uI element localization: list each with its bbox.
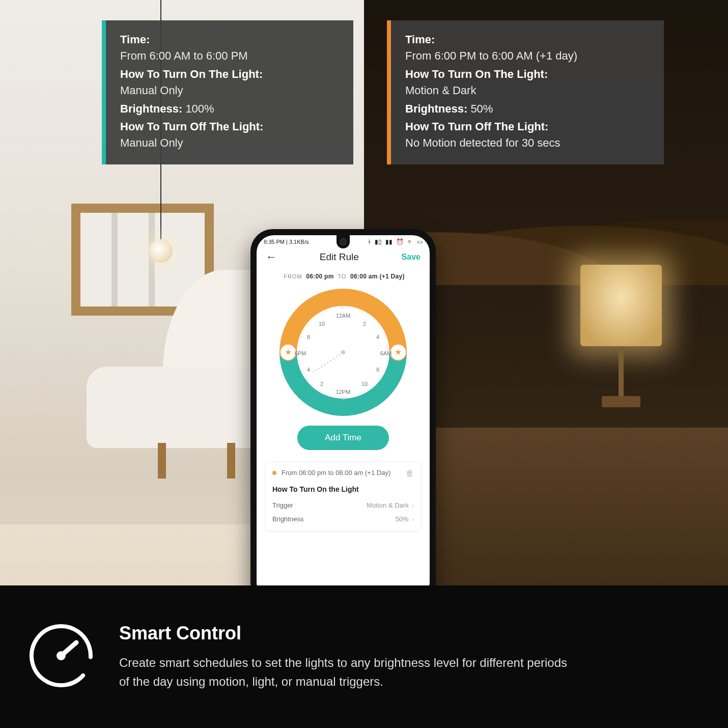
dial-tick: 2	[363, 321, 366, 327]
label-off: How To Turn Off The Light:	[405, 120, 548, 133]
dial-tick: 10	[361, 381, 368, 387]
value-brightness: 50%	[470, 102, 493, 115]
wifi-icon: ᯤ	[407, 238, 413, 245]
label-brightness: Brightness:	[120, 102, 182, 115]
value-off: No Motion detected for 30 secs	[405, 136, 561, 149]
bed	[412, 428, 728, 611]
signal-icon: ▮▯	[375, 238, 382, 245]
dial-tick: 8	[307, 334, 310, 340]
svg-point-8	[341, 350, 345, 354]
rule-row-label: Brightness	[272, 515, 303, 523]
from-label: FROM	[284, 273, 302, 279]
promo-stage: Time:From 6:00 AM to 6:00 PM How To Turn…	[0, 0, 728, 728]
label-on: How To Turn On The Light:	[405, 68, 548, 80]
rule-range: From 06:00 pm to 06:00 am (+1 Day)	[282, 469, 390, 477]
rule-card[interactable]: From 06:00 pm to 06:00 am (+1 Day) 🗑 How…	[265, 461, 422, 531]
dial-tick: 2	[320, 381, 323, 387]
label-brightness: Brightness:	[405, 102, 467, 115]
front-camera-icon	[340, 238, 347, 245]
dial-tick: 8	[376, 367, 379, 373]
phone-notch	[337, 235, 350, 248]
add-time-button[interactable]: Add Time	[297, 426, 389, 450]
pendant-bulb-icon	[149, 239, 173, 263]
chevron-right-icon: ›	[412, 501, 414, 509]
value-brightness: 100%	[185, 102, 214, 115]
rule-dot-icon	[272, 471, 276, 475]
armchair	[87, 300, 270, 479]
table-lamp-icon	[570, 265, 672, 438]
dial-tick: 4	[307, 367, 310, 373]
value-on: Manual Only	[120, 84, 183, 97]
rule-section-title: How To Turn On the Light	[272, 485, 414, 493]
svg-text:★: ★	[285, 348, 292, 356]
app-bar: ← Edit Rule Save	[257, 246, 430, 273]
rule-header: From 06:00 pm to 06:00 am (+1 Day) 🗑	[272, 469, 414, 478]
status-icons: ᚼ ▮▯ ▮▮ ⏰ ᯤ ▭	[366, 238, 423, 245]
svg-line-12	[61, 642, 76, 656]
time-range-bar: FROM 06:00 pm TO 06:00 am (+1 Day)	[257, 273, 430, 284]
footer-body: Create smart schedules to set the lights…	[119, 653, 577, 691]
status-time: 8:35 PM | 3.1KB/s	[264, 239, 309, 245]
label-time: Time:	[405, 33, 435, 46]
dial-tick: 10	[319, 321, 325, 327]
footer-title: Smart Control	[119, 623, 577, 644]
value-time: From 6:00 PM to 6:00 AM (+1 day)	[405, 49, 577, 62]
time-dial[interactable]: ★ ★ ☾ ☀ 12AM 6AM 12PM 6PM 2 4 8 10 2	[277, 286, 409, 418]
footer-text: Smart Control Create smart schedules to …	[119, 623, 577, 691]
signal-icon: ▮▮	[385, 238, 393, 245]
svg-text:★: ★	[395, 348, 402, 356]
dial-label-12pm: 12PM	[336, 389, 351, 395]
svg-text:☾: ☾	[341, 303, 346, 310]
label-time: Time:	[120, 33, 150, 46]
to-label: TO	[338, 273, 346, 279]
info-card-night: Time:From 6:00 PM to 6:00 AM (+1 day) Ho…	[387, 20, 664, 164]
rule-row-value: 50%	[396, 515, 409, 523]
alarm-icon: ⏰	[396, 238, 404, 245]
svg-line-7	[313, 352, 343, 373]
dial-label-6pm: 6PM	[295, 350, 306, 356]
dial-label-12am: 12AM	[336, 313, 351, 319]
label-off: How To Turn Off The Light:	[120, 120, 263, 133]
gauge-icon	[25, 620, 97, 693]
bluetooth-icon: ᚼ	[368, 238, 371, 245]
page-title: Edit Rule	[320, 251, 359, 263]
back-button[interactable]: ←	[266, 250, 277, 264]
save-button[interactable]: Save	[402, 253, 421, 262]
chevron-right-icon: ›	[412, 515, 414, 523]
info-card-day: Time:From 6:00 AM to 6:00 PM How To Turn…	[102, 20, 353, 164]
to-time: 06:00 am (+1 Day)	[350, 273, 405, 280]
rule-row-brightness[interactable]: Brightness 50%›	[272, 512, 414, 526]
battery-icon: ▭	[417, 238, 423, 245]
dial-label-6am: 6AM	[380, 350, 392, 356]
label-on: How To Turn On The Light:	[120, 68, 263, 80]
phone-screen: 8:35 PM | 3.1KB/s ᚼ ▮▯ ▮▮ ⏰ ᯤ ▭ ← Edit R…	[257, 235, 430, 600]
rule-row-label: Trigger	[272, 501, 293, 509]
value-off: Manual Only	[120, 136, 183, 149]
rule-row-trigger[interactable]: Trigger Motion & Dark›	[272, 498, 414, 512]
value-time: From 6:00 AM to 6:00 PM	[120, 49, 248, 62]
books	[85, 217, 143, 302]
rule-row-value: Motion & Dark	[367, 501, 408, 509]
footer-banner: Smart Control Create smart schedules to …	[0, 585, 728, 728]
from-time: 06:00 pm	[306, 273, 333, 280]
dial-tick: 4	[376, 334, 379, 340]
phone-frame: 8:35 PM | 3.1KB/s ᚼ ▮▯ ▮▮ ⏰ ᯤ ▭ ← Edit R…	[250, 229, 436, 606]
delete-rule-button[interactable]: 🗑	[406, 469, 414, 478]
value-on: Motion & Dark	[405, 84, 476, 97]
svg-text:☀: ☀	[341, 396, 346, 403]
